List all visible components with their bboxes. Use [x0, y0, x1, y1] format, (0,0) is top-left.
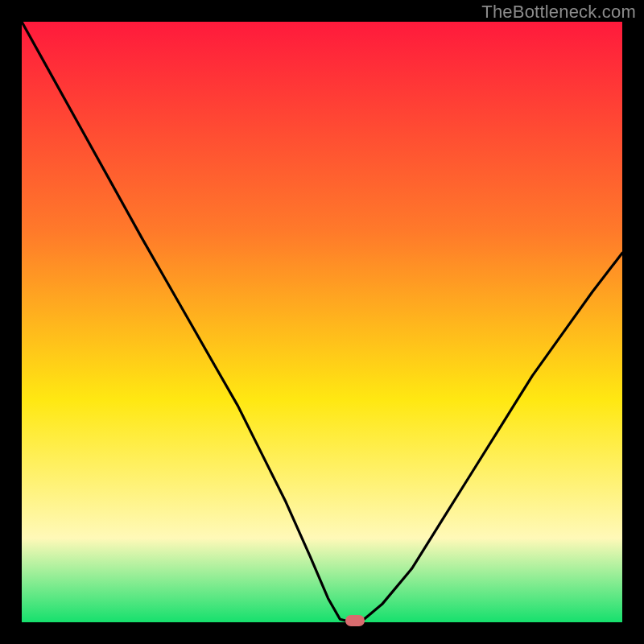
chart-frame: { "attribution": "TheBottleneck.com", "c… [0, 0, 644, 644]
attribution-label: TheBottleneck.com [481, 2, 636, 23]
optimum-marker [345, 615, 365, 626]
gradient-background [22, 22, 622, 622]
plot-svg [0, 0, 644, 644]
